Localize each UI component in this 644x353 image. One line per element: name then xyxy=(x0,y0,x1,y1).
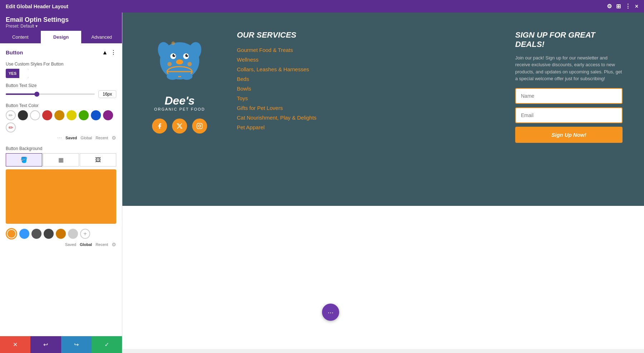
svg-point-15 xyxy=(181,73,192,80)
color-swatch-green[interactable] xyxy=(79,110,89,120)
color-swatch-purple[interactable] xyxy=(103,110,113,120)
text-color-row: Button Text Color ✏ ✏ ··· Saved Glo xyxy=(6,103,116,141)
signup-email-input[interactable] xyxy=(515,107,623,123)
white-area xyxy=(122,206,644,349)
bottom-swatch-5[interactable] xyxy=(68,229,78,239)
panel-header: Email Optin Settings Preset: Default ▾ xyxy=(0,13,122,31)
custom-styles-label: Use Custom Styles For Button xyxy=(6,62,116,67)
color-swatch-white[interactable] xyxy=(30,110,40,120)
swatch-add-button[interactable]: + xyxy=(80,229,90,239)
bg-color-tab-saved[interactable]: Saved xyxy=(65,242,76,247)
toggle-container: YES xyxy=(6,69,116,78)
service-item-1[interactable]: Wellness xyxy=(237,57,494,63)
signup-area: SIGN UP FOR GREAT DEALS! Join our pack! … xyxy=(515,30,623,188)
service-item-5[interactable]: Toys xyxy=(237,95,494,101)
tab-content[interactable]: Content xyxy=(0,31,41,43)
color-swatch-black[interactable] xyxy=(18,110,28,120)
color-tab-global[interactable]: Global xyxy=(80,136,92,140)
logo-subtitle: ORGANIC PET FOOD xyxy=(154,107,205,111)
preview-area: Dee's ORGANIC PET FOOD xyxy=(122,13,644,353)
service-item-4[interactable]: Bowls xyxy=(237,86,494,92)
color-picker-icon[interactable]: ✏ xyxy=(6,110,16,120)
tab-advanced[interactable]: Advanced xyxy=(81,31,122,43)
grid-icon[interactable]: ⊞ xyxy=(616,3,621,10)
expand-dots-icon[interactable]: ··· xyxy=(57,135,62,141)
bg-type-image[interactable]: 🖼 xyxy=(80,153,116,166)
bottom-swatches: + xyxy=(6,228,116,240)
floating-action-button[interactable]: ··· xyxy=(322,304,339,321)
custom-styles-row: Use Custom Styles For Button YES xyxy=(6,62,116,78)
save-button[interactable]: ✓ xyxy=(92,336,122,353)
text-size-row: Button Text Size 16px xyxy=(6,83,116,98)
collapse-icon[interactable]: ▲ xyxy=(102,49,108,56)
color-tab-recent[interactable]: Recent xyxy=(96,136,108,140)
panel-preset[interactable]: Preset: Default ▾ xyxy=(6,24,116,29)
bottom-swatch-4[interactable] xyxy=(56,229,66,239)
panel-tabs: Content Design Advanced xyxy=(0,31,122,43)
bottom-swatch-1[interactable] xyxy=(19,229,29,239)
color-swatch-yellow[interactable] xyxy=(67,110,77,120)
bg-label: Button Background xyxy=(6,146,116,151)
color-preview-big[interactable] xyxy=(6,169,116,224)
bg-color-settings-icon[interactable]: ⚙ xyxy=(112,242,116,247)
service-item-6[interactable]: Gifts for Pet Lovers xyxy=(237,105,494,111)
service-item-2[interactable]: Collars, Leashes & Harnesses xyxy=(237,66,494,72)
services-title: OUR SERVICES xyxy=(237,30,494,40)
close-icon[interactable]: × xyxy=(635,3,638,10)
color-swatch-custom-brush[interactable]: ✏ xyxy=(6,122,16,132)
footer-preview: Dee's ORGANIC PET FOOD xyxy=(122,13,644,206)
bg-type-row: 🪣 ▦ 🖼 xyxy=(6,153,116,166)
service-item-0[interactable]: Gourmet Food & Treats xyxy=(237,47,494,53)
color-swatch-blue[interactable] xyxy=(91,110,101,120)
color-tab-saved[interactable]: Saved xyxy=(65,136,77,140)
left-panel: Email Optin Settings Preset: Default ▾ C… xyxy=(0,13,122,353)
settings-icon[interactable]: ⚙ xyxy=(607,3,612,10)
social-twitter[interactable] xyxy=(172,119,187,134)
undo-button[interactable]: ↩ xyxy=(30,336,61,353)
social-instagram[interactable] xyxy=(192,119,207,134)
section-title: Button xyxy=(6,49,23,55)
signup-name-input[interactable] xyxy=(515,88,623,104)
signup-title: SIGN UP FOR GREAT DEALS! xyxy=(515,30,623,49)
service-item-3[interactable]: Beds xyxy=(237,76,494,82)
signup-button[interactable]: Sign Up Now! xyxy=(515,127,623,143)
service-item-7[interactable]: Cat Nourishment, Play & Delights xyxy=(237,115,494,121)
social-facebook[interactable] xyxy=(152,119,167,134)
svg-point-9 xyxy=(176,59,183,64)
signup-description: Join our pack! Sign up for our newslette… xyxy=(515,54,623,82)
main-layout: Email Optin Settings Preset: Default ▾ C… xyxy=(0,13,644,353)
panel-title: Email Optin Settings xyxy=(6,16,116,24)
slider-value[interactable]: 16px xyxy=(98,90,116,98)
color-swatches-text: ✏ ✏ xyxy=(6,110,116,132)
bg-type-gradient[interactable]: ▦ xyxy=(43,153,79,166)
social-icons xyxy=(152,119,207,134)
custom-styles-toggle[interactable]: YES xyxy=(6,69,29,78)
bg-color-tab-global[interactable]: Global xyxy=(80,242,92,247)
color-settings-icon[interactable]: ⚙ xyxy=(112,135,116,141)
service-item-8[interactable]: Pet Apparel xyxy=(237,124,494,130)
logo-text: Dee's ORGANIC PET FOOD xyxy=(154,95,205,111)
bottom-swatch-3[interactable] xyxy=(44,229,54,239)
slider-row: 16px xyxy=(6,90,116,98)
svg-point-16 xyxy=(171,42,175,45)
slider-thumb[interactable] xyxy=(34,92,39,97)
color-swatch-orange[interactable] xyxy=(54,110,64,120)
cancel-button[interactable]: ✕ xyxy=(0,336,30,353)
svg-point-8 xyxy=(187,54,188,55)
bottom-swatch-2[interactable] xyxy=(31,229,42,239)
color-swatch-red[interactable] xyxy=(42,110,52,120)
svg-rect-17 xyxy=(197,124,203,129)
svg-point-14 xyxy=(167,73,178,80)
tab-design[interactable]: Design xyxy=(41,31,82,43)
text-color-label: Button Text Color xyxy=(6,103,116,108)
services-area: OUR SERVICES Gourmet Food & Treats Welln… xyxy=(237,30,494,188)
bg-type-solid[interactable]: 🪣 xyxy=(6,153,42,166)
bg-color-tab-recent[interactable]: Recent xyxy=(96,242,108,247)
more-icon[interactable]: ⋮ xyxy=(625,3,631,10)
redo-button[interactable]: ↪ xyxy=(61,336,92,353)
svg-point-12 xyxy=(167,62,172,66)
section-more-icon[interactable]: ⋮ xyxy=(111,49,116,56)
svg-point-7 xyxy=(174,54,175,55)
top-bar-icons: ⚙ ⊞ ⋮ × xyxy=(607,3,638,10)
bottom-swatch-0[interactable] xyxy=(6,228,17,240)
